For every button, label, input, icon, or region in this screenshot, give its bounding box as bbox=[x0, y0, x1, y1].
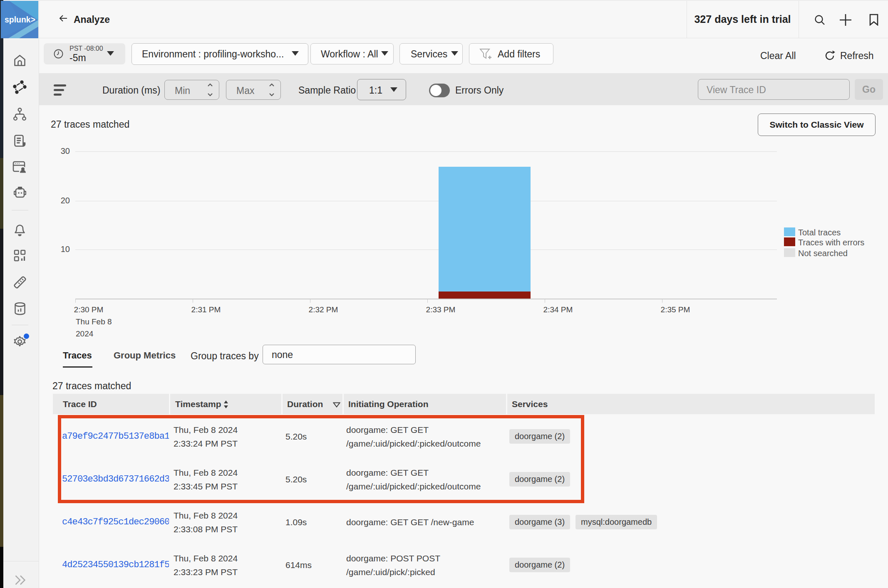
svg-text:splunk>: splunk> bbox=[5, 15, 35, 24]
